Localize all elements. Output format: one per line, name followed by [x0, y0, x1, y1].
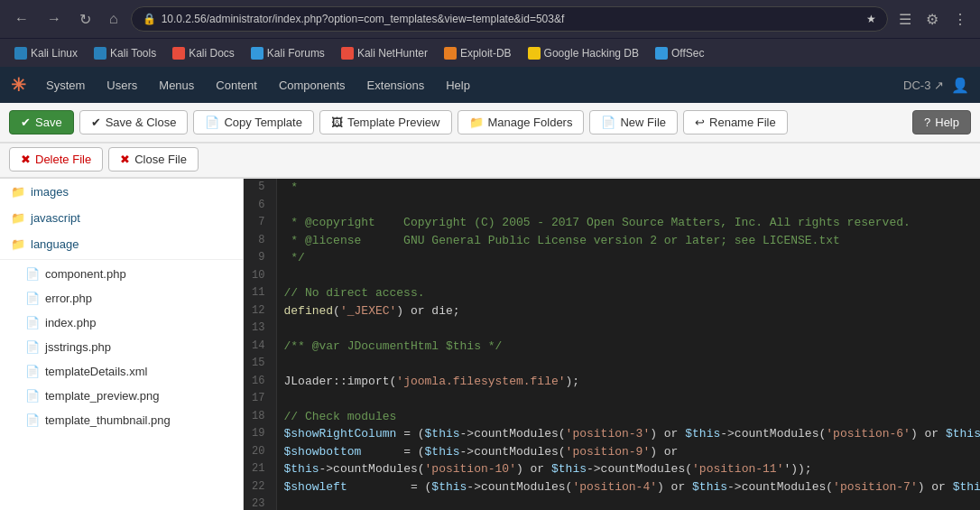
help-area: ? Help	[912, 110, 971, 134]
bookmark-kali-forums[interactable]: Kali Forums	[244, 44, 332, 62]
bookmark-exploit-db-label: Exploit-DB	[460, 47, 512, 60]
line-code: $showbottom = ($this->countModules('posi…	[276, 443, 980, 461]
copy-template-label: Copy Template	[224, 116, 301, 129]
line-number: 10	[244, 267, 276, 285]
manage-folders-label: Manage Folders	[488, 116, 573, 129]
save-button[interactable]: ✔ Save	[9, 110, 74, 134]
sidebar-file-component-php[interactable]: 📄 component.php	[0, 262, 243, 286]
line-code	[276, 390, 980, 408]
line-number: 17	[244, 390, 276, 408]
bookmark-exploit-db[interactable]: Exploit-DB	[437, 44, 519, 62]
line-code: $showleft = ($this->countModules('positi…	[276, 478, 980, 496]
toolbar-row1: ✔ Save ✔ Save & Close 📄 Copy Template 🖼 …	[0, 103, 980, 143]
file-error-php-label: error.php	[45, 292, 92, 305]
template-preview-button[interactable]: 🖼 Template Preview	[319, 110, 452, 134]
table-row: 9 */	[244, 249, 980, 267]
file-template-thumbnail-png-label: template_thumbnail.png	[45, 413, 171, 427]
line-number: 13	[244, 320, 276, 338]
star-icon: ★	[866, 13, 876, 25]
close-file-button[interactable]: ✖ Close File	[108, 147, 199, 172]
save-close-button[interactable]: ✔ Save & Close	[79, 110, 189, 134]
table-row: 23	[244, 496, 980, 510]
sidebar-file-jsstrings-php[interactable]: 📄 jsstrings.php	[0, 335, 243, 359]
joomla-right: DC-3 ↗ 👤	[903, 77, 969, 94]
line-code	[276, 355, 980, 373]
table-row: 8 * @license GNU General Public License …	[244, 232, 980, 250]
sidebar-file-index-php[interactable]: 📄 index.php	[0, 311, 243, 335]
file-component-php-icon: 📄	[25, 267, 40, 281]
template-preview-label: Template Preview	[347, 116, 440, 129]
bookmark-google-hacking-icon	[528, 47, 541, 60]
bookmarks-icon[interactable]: ☰	[895, 7, 915, 32]
nav-help[interactable]: Help	[435, 71, 481, 99]
bookmark-kali-linux[interactable]: Kali Linux	[7, 44, 85, 62]
nav-users[interactable]: Users	[96, 71, 148, 99]
url-bar[interactable]: 🔒 10.0.2.56/administrator/index.php?opti…	[131, 6, 888, 32]
menu-icon[interactable]: ⋮	[949, 7, 971, 32]
line-number: 14	[244, 338, 276, 356]
bookmark-kali-linux-label: Kali Linux	[31, 47, 78, 60]
line-code	[276, 197, 980, 215]
nav-components[interactable]: Components	[268, 71, 356, 99]
sidebar-file-error-php[interactable]: 📄 error.php	[0, 286, 243, 311]
folder-javascript-label: javascript	[31, 211, 80, 225]
sidebar-item-language[interactable]: 📁 language	[0, 231, 243, 257]
bookmark-kali-nethunter-icon	[341, 47, 354, 60]
table-row: 5 *	[244, 179, 980, 197]
code-editor[interactable]: 5 *6 7 * @copyright Copyright (C) 2005 -…	[244, 179, 980, 510]
table-row: 19$showRightColumn = ($this->countModule…	[244, 425, 980, 443]
nav-extensions[interactable]: Extensions	[356, 71, 436, 99]
bookmark-kali-nethunter[interactable]: Kali NetHunter	[334, 44, 435, 62]
line-code: * @license GNU General Public License ve…	[276, 232, 980, 250]
nav-menus[interactable]: Menus	[148, 71, 205, 99]
copy-template-button[interactable]: 📄 Copy Template	[193, 110, 313, 134]
sidebar-file-template-thumbnail-png[interactable]: 📄 template_thumbnail.png	[0, 408, 243, 432]
new-file-label: New File	[620, 116, 666, 129]
line-number: 19	[244, 425, 276, 443]
bookmark-kali-forums-icon	[251, 47, 263, 60]
line-number: 21	[244, 460, 276, 478]
forward-button[interactable]: →	[42, 7, 67, 31]
bookmark-google-hacking[interactable]: Google Hacking DB	[521, 44, 646, 62]
sidebar-file-template-preview-png[interactable]: 📄 template_preview.png	[0, 384, 243, 408]
sidebar-item-javascript[interactable]: 📁 javascript	[0, 205, 243, 231]
file-jsstrings-php-label: jsstrings.php	[45, 340, 111, 354]
back-button[interactable]: ←	[9, 7, 34, 31]
bookmark-kali-tools[interactable]: Kali Tools	[87, 44, 163, 62]
rename-file-button[interactable]: ↩ Rename File	[683, 110, 788, 134]
bookmark-kali-docs[interactable]: Kali Docs	[165, 44, 242, 62]
joomla-logo: ✳	[11, 74, 26, 96]
help-button[interactable]: ? Help	[912, 110, 971, 134]
user-icon[interactable]: 👤	[951, 77, 969, 94]
file-error-php-icon: 📄	[25, 292, 40, 305]
sidebar: 📁 images 📁 javascript 📁 language 📄 compo…	[0, 179, 244, 510]
line-code: // No direct access.	[276, 284, 980, 302]
extensions-icon[interactable]: ⚙	[922, 7, 942, 32]
line-number: 18	[244, 408, 276, 426]
new-file-button[interactable]: 📄 New File	[589, 110, 678, 134]
nav-content[interactable]: Content	[205, 71, 268, 99]
site-badge[interactable]: DC-3 ↗	[903, 79, 944, 92]
line-number: 20	[244, 443, 276, 461]
line-number: 6	[244, 197, 276, 215]
line-number: 7	[244, 214, 276, 232]
sidebar-item-images[interactable]: 📁 images	[0, 179, 243, 205]
reload-button[interactable]: ↻	[74, 7, 97, 32]
table-row: 18// Check modules	[244, 408, 980, 426]
url-text: 10.0.2.56/administrator/index.php?option…	[162, 13, 565, 25]
bookmark-kali-tools-label: Kali Tools	[110, 47, 156, 60]
file-templatedetails-xml-icon: 📄	[25, 365, 40, 378]
line-code: // Check modules	[276, 408, 980, 426]
bookmark-offsec[interactable]: OffSec	[648, 44, 711, 62]
home-button[interactable]: ⌂	[104, 7, 124, 31]
delete-icon: ✖	[21, 153, 31, 166]
line-code: JLoader::import('joomla.filesystem.file'…	[276, 373, 980, 391]
bookmark-kali-docs-label: Kali Docs	[189, 47, 235, 60]
lock-icon: 🔒	[143, 13, 156, 25]
sidebar-file-templatedetails-xml[interactable]: 📄 templateDetails.xml	[0, 359, 243, 384]
nav-system[interactable]: System	[35, 71, 96, 99]
save-icon: ✔	[21, 116, 31, 129]
delete-file-button[interactable]: ✖ Delete File	[9, 147, 103, 172]
table-row: 21$this->countModules('position-10') or …	[244, 460, 980, 478]
manage-folders-button[interactable]: 📁 Manage Folders	[458, 110, 585, 134]
